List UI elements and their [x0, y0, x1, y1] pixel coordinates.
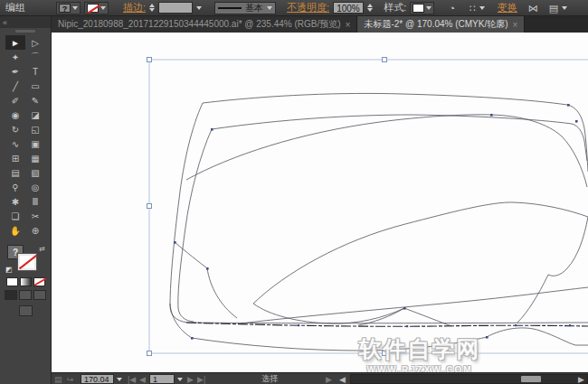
launch-arrow-icon[interactable]: ↪ [67, 373, 74, 384]
column-graph-tool[interactable]: Ⅲ [25, 194, 45, 209]
scroll-page-icon[interactable]: ▶ [326, 373, 332, 384]
draw-normal-button[interactable] [5, 290, 17, 300]
stroke-width-field[interactable] [158, 2, 193, 14]
color-type-buttons [0, 277, 51, 286]
swap-fill-stroke-icon[interactable]: ⇄ [39, 245, 45, 253]
brush-definition-dropdown[interactable]: 基本 [214, 2, 276, 14]
scroll-left-arrow[interactable]: ◀ [339, 373, 346, 384]
car-roof-inner-path[interactable] [212, 115, 587, 161]
artboard-number-field[interactable]: 1 [149, 373, 175, 384]
car-outline-paths[interactable] [170, 93, 588, 351]
hand-tool[interactable]: ✋ [5, 223, 25, 238]
artboard-tool[interactable]: ❏ [5, 209, 25, 223]
stroke-width-stepper[interactable] [149, 4, 155, 12]
opacity-panel-link[interactable]: 不透明度: [287, 1, 329, 14]
direct-selection-tool[interactable]: ▷ [25, 35, 45, 50]
style-swatch-icon [413, 4, 424, 13]
chevron-down-icon[interactable] [479, 6, 485, 10]
scale-tool[interactable]: ◱ [25, 122, 45, 136]
gradient-tool[interactable]: ▧ [25, 165, 45, 180]
windshield-right-path[interactable] [517, 217, 588, 323]
color-button[interactable] [6, 277, 18, 286]
recolor-artwork-icon[interactable]: ◔ [449, 2, 455, 14]
style-swatch-button[interactable] [410, 2, 434, 14]
eraser-tool[interactable]: ◪ [25, 108, 45, 122]
pencil-tool[interactable]: ✎ [25, 93, 45, 108]
anchor-points[interactable] [174, 104, 578, 340]
zoom-tool[interactable]: ⊕ [25, 223, 45, 238]
car-left-inner-path[interactable] [178, 129, 212, 322]
close-icon[interactable]: × [346, 20, 351, 30]
style-label: 样式: [384, 1, 406, 14]
selected-rocker-path[interactable] [186, 323, 588, 326]
artboard-dropdown-icon[interactable] [177, 373, 183, 384]
artboard-canvas[interactable]: 软件自学网 WWW.RJZXW.COM [52, 33, 588, 372]
windshield-top-path[interactable] [253, 202, 588, 304]
eyedropper-tool[interactable]: ⚲ [5, 180, 25, 194]
body-low-diagonal-path[interactable] [241, 287, 588, 323]
draw-inside-button[interactable] [33, 290, 46, 300]
transform-panel-link[interactable]: 变换 [498, 1, 517, 14]
magic-wand-tool[interactable]: ✦ [5, 50, 25, 64]
opacity-stepper[interactable] [367, 4, 373, 12]
first-artboard-button[interactable]: |◀ [128, 373, 136, 384]
stroke-none-swatch-icon [87, 4, 99, 13]
stroke-swatch[interactable] [18, 254, 36, 270]
close-icon[interactable]: × [513, 20, 518, 30]
type-tool[interactable]: T [25, 64, 45, 79]
chevron-down-icon [72, 6, 78, 10]
screen-mode-button[interactable] [19, 305, 33, 316]
draw-behind-button[interactable] [19, 290, 32, 300]
free-transform-tool[interactable]: ▣ [25, 136, 45, 151]
collapse-panel-icon[interactable]: « [3, 18, 7, 27]
brush-stroke-preview-icon [218, 7, 242, 9]
pen-tool[interactable]: ✒ [5, 64, 25, 79]
shape-builder-tool[interactable]: ⊞ [5, 151, 25, 165]
car-roof-outer-path[interactable] [203, 93, 588, 172]
slice-tool[interactable]: ✂ [25, 209, 45, 223]
tab-untitled-2-document[interactable]: 未标题-2* @ 170.04% (CMYK/轮廓) × [357, 16, 525, 33]
align-icon[interactable]: ⋈ [528, 2, 538, 14]
next-artboard-button[interactable]: ▶ [187, 373, 194, 384]
selection-tool[interactable]: ► [5, 35, 25, 50]
bumper-path[interactable] [170, 304, 588, 351]
mesh-tool[interactable]: ▤ [5, 165, 25, 180]
symbol-sprayer-tool[interactable]: ✱ [5, 194, 25, 209]
tools-panel-grip[interactable] [15, 30, 35, 33]
paintbrush-tool[interactable]: ✐ [5, 93, 25, 108]
options-grid-icon[interactable]: ∷ [469, 2, 476, 14]
windshield-tail-segment[interactable] [404, 308, 451, 326]
rectangle-tool[interactable]: ▭ [25, 79, 45, 93]
stroke-width-dropdown-icon[interactable] [196, 6, 202, 10]
default-fill-stroke-icon[interactable]: ◩ [5, 266, 13, 274]
prev-artboard-button[interactable]: ◀ [139, 373, 146, 384]
zoom-dropdown-icon[interactable] [117, 373, 122, 384]
blob-brush-tool[interactable]: ◉ [5, 108, 25, 122]
width-tool[interactable]: ∿ [5, 136, 25, 151]
chevron-down-icon[interactable] [562, 6, 567, 10]
windshield-bottom-path[interactable] [253, 304, 404, 323]
none-button[interactable] [33, 277, 45, 286]
gradient-button[interactable] [20, 277, 32, 286]
opacity-field[interactable]: 100% [333, 2, 364, 14]
car-hood-diagonal-path[interactable] [186, 115, 587, 187]
rotate-tool[interactable]: ↻ [5, 122, 25, 136]
lasso-tool[interactable]: ⌒ [25, 50, 45, 64]
fender-path[interactable] [175, 242, 237, 318]
stroke-color-button[interactable] [84, 2, 109, 14]
chevron-down-icon [100, 6, 106, 10]
workspace-icon[interactable]: ▤ [549, 2, 558, 14]
last-artboard-button[interactable]: ▶| [197, 373, 205, 384]
perspective-grid-tool[interactable]: ▦ [25, 151, 45, 165]
selection-bounding-box[interactable] [149, 60, 588, 353]
car-left-bottom-outer-path[interactable] [170, 103, 588, 323]
scroll-right-arrow[interactable]: ▶ [578, 373, 584, 384]
line-segment-tool[interactable]: ╱ [5, 79, 25, 93]
fill-color-button[interactable]: ? [56, 2, 81, 14]
horizontal-scrollbar[interactable] [350, 374, 588, 384]
zoom-level-field[interactable]: 170.04 [81, 373, 114, 384]
tab-nipic-document[interactable]: Nipic_20180988_20171229150344445000.ai* … [52, 16, 357, 33]
blend-tool[interactable]: ◎ [25, 180, 45, 194]
stroke-panel-link[interactable]: 描边: [123, 1, 146, 14]
horizontal-scrollbar-thumb[interactable] [521, 376, 541, 382]
